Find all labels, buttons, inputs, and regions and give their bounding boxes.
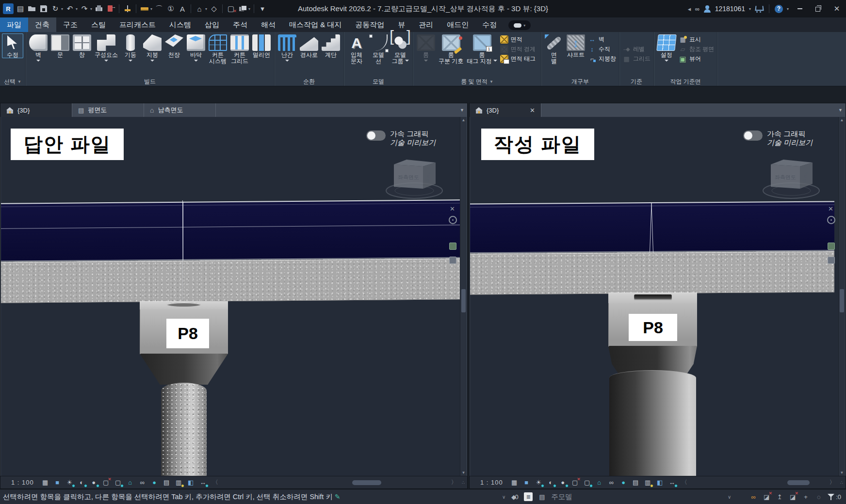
crop-view-icon[interactable]: ▢✕ (570, 478, 580, 487)
worksets-dialog-icon[interactable]: ≣ (524, 492, 533, 501)
scroll-right-icon[interactable]: 〉 (830, 478, 835, 487)
spline-dimension-icon[interactable]: ⌒ (154, 4, 164, 14)
view-lock-icon[interactable]: ⌂ (126, 478, 135, 487)
shadows-icon[interactable]: ◐ (546, 478, 555, 487)
panel-caption-datum[interactable]: 기준 (621, 78, 651, 86)
accelerated-graphics-toggle[interactable] (743, 130, 763, 141)
view-tab-tab-3d[interactable]: {3D} (0, 103, 72, 117)
undo-caret-icon[interactable]: ▾ (76, 7, 78, 11)
collapse-bar-icon[interactable]: 〈 (682, 478, 687, 487)
app-store-cart-icon[interactable] (755, 5, 764, 13)
horizontal-scrollbar[interactable] (223, 480, 446, 485)
view-cube[interactable]: 좌측면도 정면도 (752, 145, 830, 202)
panel-caption-model[interactable]: 모델 (346, 78, 411, 86)
temporary-hide-isolate-icon[interactable]: ● (150, 478, 159, 487)
active-workset[interactable]: 주모델 (551, 492, 572, 502)
ribbon-tab-collaborate[interactable]: 공동작업 (348, 17, 391, 32)
tag-number-icon[interactable]: ① (166, 4, 176, 14)
navigation-bar-close-icon[interactable]: ✕ (828, 205, 833, 212)
switch-windows-caret-icon[interactable]: ▾ (248, 7, 250, 11)
collapse-toolbar-icon[interactable]: ◂ (688, 5, 691, 13)
displace-elements-icon[interactable]: ◧ (655, 478, 665, 487)
undo-icon[interactable]: ↶ (65, 4, 75, 14)
temporary-view-properties-icon[interactable]: ▤ (631, 478, 640, 487)
ramp-button[interactable]: 경사로 (298, 33, 320, 58)
railing-button[interactable]: 난간 (277, 33, 298, 64)
worksharing-display-icon[interactable]: ▥ (643, 478, 652, 487)
reveal-hidden-icon[interactable]: ∞ (607, 478, 616, 487)
save-icon[interactable] (39, 4, 49, 14)
properties-icon[interactable]: ▤ (16, 4, 25, 14)
collapse-bar-icon[interactable]: 〈 (212, 478, 218, 487)
home-icon[interactable]: ⌂ (195, 4, 204, 14)
horizontal-scrollbar-thumb[interactable] (787, 480, 810, 485)
shaft-opening-button[interactable]: 샤프트 (565, 33, 586, 58)
workplane-set-button[interactable]: 설정 (656, 33, 677, 64)
view-tab-tab-3d[interactable]: {3D}✕ (470, 103, 541, 117)
show-rendering-icon[interactable]: ● (558, 478, 568, 487)
sun-path-icon[interactable]: ☀ (534, 478, 543, 487)
view-tab-close-icon[interactable]: ✕ (523, 107, 535, 114)
temporary-view-properties-icon[interactable]: ▤ (162, 478, 171, 487)
status-dropdown-caret-icon[interactable]: ∨ (502, 494, 505, 500)
view-cube[interactable]: 좌측면도 정면도 (375, 145, 453, 202)
roof-button[interactable]: 지붕 (142, 33, 163, 64)
panel-caption-workplane[interactable]: 작업 기준면 (656, 78, 715, 86)
workset-combo-caret-icon[interactable]: ∨ (728, 494, 731, 500)
deck-concrete-girder[interactable] (470, 251, 834, 294)
pier-cap[interactable]: P8 (608, 303, 697, 346)
ruler-icon[interactable] (140, 4, 149, 14)
horizontal-scrollbar[interactable] (692, 480, 825, 485)
temporary-hide-isolate-icon[interactable]: ● (619, 478, 628, 487)
filter-icon[interactable] (828, 493, 834, 500)
ribbon-tab-structure[interactable]: 구조 (56, 17, 84, 32)
scroll-up-icon[interactable]: ▲ (839, 118, 845, 122)
user-id[interactable]: 12181061 (715, 5, 745, 13)
door-button[interactable]: 문 (49, 33, 71, 58)
help-dropdown-caret-icon[interactable]: ▾ (787, 7, 789, 11)
ribbon-tab-architecture[interactable]: 건축 (28, 17, 56, 32)
sun-path-icon[interactable]: ☀ (65, 478, 74, 487)
accelerated-graphics-toggle[interactable] (366, 130, 386, 141)
window-close-button[interactable]: ✕ (830, 2, 844, 15)
view-lock-icon[interactable]: ⌂ (595, 478, 604, 487)
displace-elements-icon[interactable]: ◧ (186, 478, 195, 487)
drag-on-selection-icon[interactable]: ◪✕ (788, 492, 797, 501)
bridge-deck[interactable] (1, 199, 461, 303)
sync-icon[interactable]: ↻ (50, 4, 60, 14)
vertical-scrollbar[interactable]: ▲ ▼ (460, 117, 467, 476)
view-tab-tab-south-elevation[interactable]: 남측면도 (144, 103, 216, 117)
select-underlay-icon[interactable]: ◪✕ (762, 492, 771, 501)
visual-style-icon[interactable]: ■ (522, 478, 531, 487)
ribbon-tab-analyze[interactable]: 해석 (254, 17, 282, 32)
dormer-opening-button[interactable]: 지붕창 (588, 55, 616, 63)
ribbon-tab-massing-site[interactable]: 매스작업 & 대지 (282, 17, 348, 32)
crop-region-icon[interactable]: ▢ (114, 478, 123, 487)
shadows-icon[interactable]: ◐ (77, 478, 86, 487)
home-caret-icon[interactable]: ▾ (205, 7, 207, 11)
model-line-button[interactable]: 모델 선 (368, 33, 389, 65)
user-dropdown-caret-icon[interactable]: ▾ (749, 7, 751, 11)
marker-icon[interactable]: ◇ (209, 4, 219, 14)
redo-caret-icon[interactable]: ▾ (90, 7, 92, 11)
crop-region-icon[interactable]: ▢ (583, 478, 592, 487)
area-button[interactable]: 면적 (500, 35, 538, 44)
room-separator-button[interactable]: 룸 구분 기호 (437, 33, 465, 65)
window-restore-button[interactable] (811, 2, 826, 15)
panel-caption-build[interactable]: 빌드 (28, 78, 272, 86)
open-icon[interactable] (27, 4, 37, 14)
panel-caption-room-area[interactable]: 룸 및 면적▼ (415, 78, 539, 86)
view-scale[interactable]: 1 : 100 (11, 479, 34, 486)
pier-bearing[interactable] (140, 301, 228, 309)
wall-opening-button[interactable]: 벽 (588, 35, 616, 44)
horizontal-scrollbar-thumb[interactable] (352, 480, 381, 485)
pan-tool-icon[interactable] (449, 257, 456, 264)
deck-concrete-girder[interactable] (1, 258, 461, 303)
bridge-pier[interactable]: P8 (608, 293, 697, 476)
bridge-pier[interactable]: P8 (140, 301, 228, 476)
ribbon-tab-annotate[interactable]: 주석 (226, 17, 254, 32)
bridge-deck[interactable] (470, 201, 834, 294)
ribbon-tab-systems[interactable]: 시스템 (163, 17, 198, 32)
pier-cap[interactable]: P8 (140, 309, 228, 354)
view-scale[interactable]: 1 : 100 (480, 479, 503, 486)
